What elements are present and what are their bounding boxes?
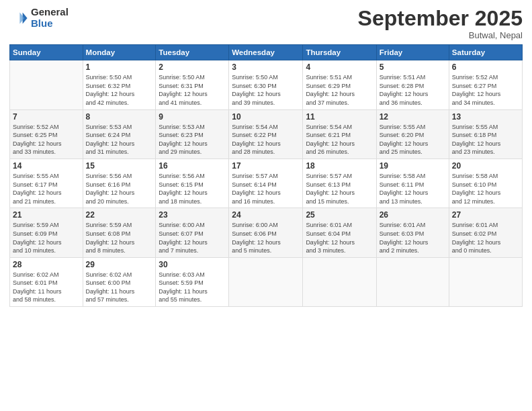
day-number: 27 [452, 210, 519, 220]
day-info: Sunrise: 5:50 AMSunset: 6:32 PMDaylight:… [86, 73, 153, 107]
day-info: Sunrise: 5:54 AMSunset: 6:21 PMDaylight:… [306, 123, 373, 156]
day-info: Sunrise: 5:58 AMSunset: 6:10 PMDaylight:… [452, 172, 519, 205]
day-number: 13 [452, 112, 519, 122]
title-section: September 2025 Butwal, Nepal [358, 7, 523, 40]
col-saturday: Saturday [449, 45, 522, 60]
table-row: 6Sunrise: 5:52 AMSunset: 6:27 PMDaylight… [449, 60, 522, 109]
day-number: 26 [380, 210, 446, 220]
day-info: Sunrise: 6:00 AMSunset: 6:07 PMDaylight:… [159, 221, 226, 255]
table-row: 11Sunrise: 5:54 AMSunset: 6:21 PMDayligh… [303, 109, 376, 158]
day-info: Sunrise: 5:51 AMSunset: 6:29 PMDaylight:… [306, 73, 373, 107]
table-row [10, 60, 83, 109]
table-row: 18Sunrise: 5:57 AMSunset: 6:13 PMDayligh… [303, 158, 376, 208]
calendar-week-row: 1Sunrise: 5:50 AMSunset: 6:32 PMDaylight… [10, 60, 523, 109]
day-number: 9 [159, 112, 226, 122]
day-number: 7 [13, 112, 80, 122]
day-info: Sunrise: 5:53 AMSunset: 6:23 PMDaylight:… [159, 123, 226, 156]
table-row: 19Sunrise: 5:58 AMSunset: 6:11 PMDayligh… [376, 158, 449, 208]
day-info: Sunrise: 5:56 AMSunset: 6:15 PMDaylight:… [159, 172, 226, 205]
day-info: Sunrise: 5:55 AMSunset: 6:17 PMDaylight:… [13, 172, 80, 205]
day-number: 5 [380, 62, 446, 72]
day-number: 11 [306, 112, 373, 122]
table-row [229, 257, 303, 306]
day-number: 6 [452, 62, 519, 72]
day-info: Sunrise: 5:53 AMSunset: 6:24 PMDaylight:… [86, 123, 153, 156]
day-number: 19 [380, 161, 446, 171]
day-info: Sunrise: 6:02 AMSunset: 6:00 PMDaylight:… [86, 271, 153, 304]
day-info: Sunrise: 5:57 AMSunset: 6:13 PMDaylight:… [306, 172, 373, 205]
col-monday: Monday [83, 45, 156, 60]
day-info: Sunrise: 6:03 AMSunset: 5:59 PMDaylight:… [159, 271, 226, 304]
col-thursday: Thursday [303, 45, 376, 60]
day-info: Sunrise: 5:54 AMSunset: 6:22 PMDaylight:… [232, 123, 300, 156]
day-info: Sunrise: 5:58 AMSunset: 6:11 PMDaylight:… [380, 172, 446, 205]
day-info: Sunrise: 5:51 AMSunset: 6:28 PMDaylight:… [380, 73, 446, 107]
day-info: Sunrise: 5:55 AMSunset: 6:18 PMDaylight:… [452, 123, 519, 156]
day-info: Sunrise: 6:00 AMSunset: 6:06 PMDaylight:… [232, 221, 300, 255]
day-number: 10 [232, 112, 300, 122]
table-row: 4Sunrise: 5:51 AMSunset: 6:29 PMDaylight… [303, 60, 376, 109]
logo-blue-text: Blue [31, 18, 69, 30]
location: Butwal, Nepal [358, 30, 523, 40]
day-number: 12 [380, 112, 446, 122]
calendar-header-row: Sunday Monday Tuesday Wednesday Thursday… [10, 45, 523, 60]
day-info: Sunrise: 6:01 AMSunset: 6:04 PMDaylight:… [306, 221, 373, 255]
table-row: 20Sunrise: 5:58 AMSunset: 6:10 PMDayligh… [449, 158, 522, 208]
day-info: Sunrise: 5:55 AMSunset: 6:20 PMDaylight:… [380, 123, 446, 156]
table-row: 25Sunrise: 6:01 AMSunset: 6:04 PMDayligh… [303, 208, 376, 257]
table-row: 21Sunrise: 5:59 AMSunset: 6:09 PMDayligh… [10, 208, 83, 257]
table-row [303, 257, 376, 306]
table-row: 10Sunrise: 5:54 AMSunset: 6:22 PMDayligh… [229, 109, 303, 158]
month-title: September 2025 [358, 7, 523, 30]
day-info: Sunrise: 5:57 AMSunset: 6:14 PMDaylight:… [232, 172, 300, 205]
table-row: 15Sunrise: 5:56 AMSunset: 6:16 PMDayligh… [83, 158, 156, 208]
day-number: 23 [159, 210, 226, 220]
table-row: 23Sunrise: 6:00 AMSunset: 6:07 PMDayligh… [156, 208, 229, 257]
day-info: Sunrise: 5:59 AMSunset: 6:09 PMDaylight:… [13, 221, 80, 255]
col-wednesday: Wednesday [229, 45, 303, 60]
day-number: 15 [86, 161, 153, 171]
day-info: Sunrise: 6:01 AMSunset: 6:02 PMDaylight:… [452, 221, 519, 255]
day-number: 3 [232, 62, 300, 72]
logo-general-text: General [31, 7, 69, 18]
day-number: 22 [86, 210, 153, 220]
calendar-week-row: 14Sunrise: 5:55 AMSunset: 6:17 PMDayligh… [10, 158, 523, 208]
day-info: Sunrise: 6:02 AMSunset: 6:01 PMDaylight:… [13, 271, 80, 304]
table-row: 1Sunrise: 5:50 AMSunset: 6:32 PMDaylight… [83, 60, 156, 109]
table-row: 17Sunrise: 5:57 AMSunset: 6:14 PMDayligh… [229, 158, 303, 208]
table-row: 9Sunrise: 5:53 AMSunset: 6:23 PMDaylight… [156, 109, 229, 158]
table-row: 27Sunrise: 6:01 AMSunset: 6:02 PMDayligh… [449, 208, 522, 257]
calendar-week-row: 7Sunrise: 5:52 AMSunset: 6:25 PMDaylight… [10, 109, 523, 158]
col-friday: Friday [376, 45, 449, 60]
page-header: General Blue September 2025 Butwal, Nepa… [9, 7, 523, 40]
table-row: 5Sunrise: 5:51 AMSunset: 6:28 PMDaylight… [376, 60, 449, 109]
col-tuesday: Tuesday [156, 45, 229, 60]
table-row: 2Sunrise: 5:50 AMSunset: 6:31 PMDaylight… [156, 60, 229, 109]
table-row: 22Sunrise: 5:59 AMSunset: 6:08 PMDayligh… [83, 208, 156, 257]
logo-icon [9, 9, 28, 28]
table-row [376, 257, 449, 306]
table-row: 16Sunrise: 5:56 AMSunset: 6:15 PMDayligh… [156, 158, 229, 208]
day-info: Sunrise: 5:59 AMSunset: 6:08 PMDaylight:… [86, 221, 153, 255]
table-row: 30Sunrise: 6:03 AMSunset: 5:59 PMDayligh… [156, 257, 229, 306]
logo: General Blue [9, 7, 69, 29]
day-number: 1 [86, 62, 153, 72]
day-number: 29 [86, 260, 153, 269]
day-number: 20 [452, 161, 519, 171]
day-number: 21 [13, 210, 80, 220]
day-number: 14 [13, 161, 80, 171]
day-number: 18 [306, 161, 373, 171]
day-number: 25 [306, 210, 373, 220]
table-row: 28Sunrise: 6:02 AMSunset: 6:01 PMDayligh… [10, 257, 83, 306]
day-number: 30 [159, 260, 226, 269]
table-row: 24Sunrise: 6:00 AMSunset: 6:06 PMDayligh… [229, 208, 303, 257]
table-row: 7Sunrise: 5:52 AMSunset: 6:25 PMDaylight… [10, 109, 83, 158]
table-row: 14Sunrise: 5:55 AMSunset: 6:17 PMDayligh… [10, 158, 83, 208]
day-info: Sunrise: 5:56 AMSunset: 6:16 PMDaylight:… [86, 172, 153, 205]
calendar-table: Sunday Monday Tuesday Wednesday Thursday… [9, 44, 523, 307]
day-info: Sunrise: 5:52 AMSunset: 6:27 PMDaylight:… [452, 73, 519, 107]
day-info: Sunrise: 5:50 AMSunset: 6:30 PMDaylight:… [232, 73, 300, 107]
day-number: 17 [232, 161, 300, 171]
day-info: Sunrise: 5:52 AMSunset: 6:25 PMDaylight:… [13, 123, 80, 156]
day-number: 2 [159, 62, 226, 72]
